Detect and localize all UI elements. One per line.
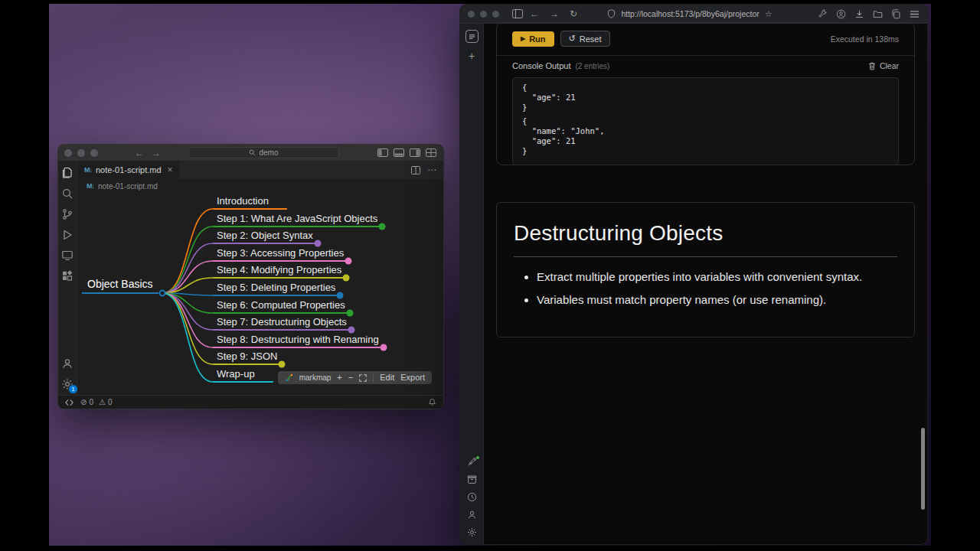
run-button[interactable]: ▶ Run	[512, 31, 554, 47]
zoom-out-button[interactable]: −	[348, 373, 353, 382]
zoom-in-button[interactable]: +	[337, 373, 341, 382]
more-actions-icon[interactable]: ⋯	[427, 165, 436, 175]
mindmap-node[interactable]: Step 5: Deleting Properties	[213, 281, 339, 296]
markmap-preview: Object BasicsIntroductionStep 1: What Ar…	[77, 193, 443, 395]
markdown-file-icon: M↓	[84, 166, 92, 174]
toggle-secondary-sidebar-icon[interactable]	[410, 148, 420, 157]
mindmap-node[interactable]: Step 3: Accessing Properties	[213, 246, 348, 262]
history-clock-icon[interactable]	[467, 492, 477, 502]
mindmap-node-dot[interactable]	[345, 258, 352, 265]
mindmap-node-dot[interactable]	[159, 290, 166, 297]
screen: ← → demo	[0, 0, 980, 551]
remote-explorer-icon[interactable]	[61, 249, 74, 262]
markdown-file-icon: M↓	[87, 182, 94, 190]
reload-button[interactable]: ↻	[570, 9, 577, 18]
close-window-button[interactable]	[468, 11, 475, 18]
search-text: demo	[259, 148, 278, 157]
mindmap-node[interactable]: Step 8: Destructuring with Renaming	[213, 333, 383, 348]
url-text: http://localhost:5173/p/8by6aj/projector	[621, 9, 759, 18]
clear-console-button[interactable]: Clear	[868, 61, 899, 70]
settings-gear-icon[interactable]	[467, 527, 477, 537]
profile-person-icon[interactable]	[467, 510, 477, 520]
window-controls	[64, 149, 98, 157]
run-debug-icon[interactable]	[61, 229, 74, 241]
accounts-icon[interactable]	[61, 357, 74, 370]
close-window-button[interactable]	[64, 149, 72, 157]
toggle-sidebar-icon[interactable]	[512, 9, 523, 18]
mindmap-node[interactable]: Step 1: What Are JavaScript Objects	[213, 212, 381, 227]
mindmap-node[interactable]: Step 4: Modifying Properties	[213, 263, 345, 279]
copy-link-icon[interactable]	[891, 9, 901, 19]
archive-box-icon[interactable]	[467, 474, 477, 484]
mindmap-node-dot[interactable]	[381, 344, 387, 351]
mindmap-root-node[interactable]: Object Basics	[82, 277, 158, 294]
browser-toolbar: ← → ↻ http://localhost:5173/p/8by6aj/pro…	[460, 5, 927, 24]
profile-icon[interactable]	[836, 9, 846, 19]
breadcrumb[interactable]: M↓ note-01-script.md	[77, 179, 443, 193]
forward-button[interactable]: →	[550, 9, 559, 18]
customize-layout-icon[interactable]	[426, 148, 436, 157]
notifications-bell-icon[interactable]	[428, 398, 436, 406]
window-controls	[468, 11, 499, 18]
tab-note-01-script[interactable]: M↓ note-01-script.md ×	[77, 161, 181, 179]
source-control-icon[interactable]	[61, 208, 74, 220]
search-sidebar-icon[interactable]	[61, 187, 74, 200]
lesson-section-card: Destructuring Objects Extract multiple p…	[496, 202, 915, 337]
vscode-titlebar: ← → demo	[58, 145, 443, 161]
scrollbar-thumb[interactable]	[921, 428, 925, 510]
mindmap-node[interactable]: Introduction	[213, 194, 287, 210]
reset-button[interactable]: ↺ Reset	[560, 31, 610, 47]
explorer-icon[interactable]	[61, 167, 74, 179]
mindmap-node-dot[interactable]	[279, 361, 286, 368]
mindmap-node[interactable]: Step 7: Destructuring Objects	[213, 315, 351, 331]
command-center-search[interactable]: demo	[188, 147, 339, 158]
console-entries-count: (2 entries)	[575, 62, 609, 70]
address-bar[interactable]: http://localhost:5173/p/8by6aj/projector…	[594, 5, 786, 23]
console-output-box: { "age": 21 }{ "name": "John", "age": 21…	[512, 77, 899, 165]
menu-icon[interactable]	[910, 10, 920, 18]
minimize-window-button[interactable]	[480, 11, 487, 18]
mindmap-node-dot[interactable]	[343, 275, 350, 282]
history-forward-button[interactable]: →	[152, 148, 161, 158]
activity-bar: 1	[58, 161, 77, 395]
shield-icon[interactable]	[607, 9, 616, 18]
markmap-toolbar: markmap + − Edit Export	[278, 371, 432, 384]
bookmark-star-icon[interactable]: ☆	[765, 9, 773, 19]
downloads-icon[interactable]	[854, 9, 864, 19]
zoom-window-button[interactable]	[90, 149, 98, 157]
title-divider	[514, 256, 897, 257]
minimize-window-button[interactable]	[77, 149, 85, 157]
console-entry: { "age": 21 }	[522, 83, 889, 112]
toggle-panel-icon[interactable]	[394, 148, 404, 157]
mindmap-node[interactable]: Step 6: Computed Properties	[213, 298, 349, 314]
zoom-window-button[interactable]	[492, 11, 499, 18]
mindmap-node[interactable]: Wrap-up	[213, 367, 273, 383]
warnings-count: 0	[108, 398, 113, 406]
library-icon[interactable]	[873, 9, 883, 19]
fit-view-icon[interactable]	[359, 374, 367, 382]
markmap-logo-icon	[285, 373, 293, 382]
edit-button[interactable]: Edit	[380, 373, 394, 382]
pinned-tab-icon[interactable]	[466, 30, 479, 43]
back-button[interactable]: ←	[530, 9, 539, 18]
mindmap-node[interactable]: Step 9: JSON	[213, 350, 281, 365]
settings-gear-icon[interactable]: 1	[61, 378, 74, 390]
mindmap-node[interactable]: Step 2: Object Syntax	[213, 229, 317, 244]
tools-icon[interactable]	[818, 9, 828, 19]
new-tab-button[interactable]: +	[469, 51, 475, 61]
bullet-item: Variables must match property names (or …	[537, 293, 897, 306]
toggle-sidebar-icon[interactable]	[377, 148, 388, 157]
remote-window-icon[interactable]	[65, 399, 74, 406]
mindmap-node-dot[interactable]	[379, 223, 386, 230]
history-back-button[interactable]: ←	[135, 148, 144, 158]
vscode-window: ← → demo	[57, 144, 444, 409]
browser-sidebar-strip: +	[460, 24, 484, 544]
tab-close-icon[interactable]: ×	[168, 165, 173, 174]
export-button[interactable]: Export	[400, 373, 425, 382]
split-editor-icon[interactable]	[411, 166, 420, 174]
extensions-icon[interactable]	[61, 270, 74, 282]
errors-count: 0	[89, 398, 93, 406]
trash-icon	[868, 62, 876, 70]
customize-tools-icon[interactable]	[467, 457, 477, 467]
problems-indicator[interactable]: ⊘ 0 ⚠ 0	[80, 398, 112, 406]
